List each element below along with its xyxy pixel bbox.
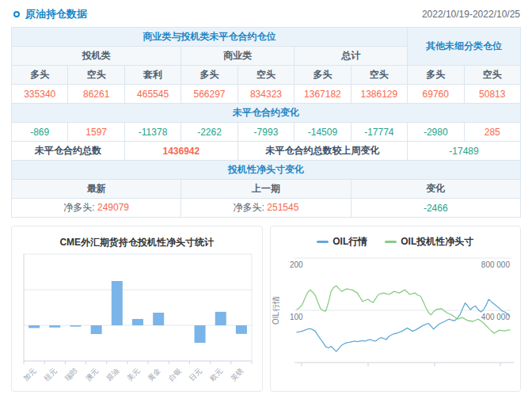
- table-row-change-section: 未平仓合约变化: [12, 104, 521, 123]
- total-label: 未平仓合约总数: [12, 142, 125, 161]
- group-header-other: 其他未细分类仓位: [408, 28, 521, 66]
- legend-item-oil-netpos[interactable]: OIL投机性净头寸: [385, 235, 473, 249]
- table-cell: 总计: [294, 47, 408, 66]
- table-cell: 变化: [351, 180, 520, 199]
- table-row-totals: 未平仓合约总数 1436942 未平仓合约总数较上周变化 -17489: [12, 142, 521, 161]
- table-cell: -17774: [351, 123, 407, 142]
- svg-text:400 000: 400 000: [481, 313, 510, 321]
- legend-line-icon: [317, 241, 329, 243]
- table-cell: 投机类: [12, 47, 181, 66]
- group-header-main: 商业类与投机类未平仓合约仓位: [12, 28, 408, 47]
- table-cell: 多头: [294, 66, 351, 85]
- page-header: 原油持仓数据 2022/10/19-2022/10/25: [0, 0, 532, 27]
- net-latest-cell: 净多头: 249079: [12, 199, 181, 218]
- svg-text:加元: 加元: [22, 367, 38, 382]
- total-change-label: 未平仓合约总数较上周变化: [238, 142, 407, 161]
- total-change-value: -17489: [408, 142, 521, 161]
- table-cell: 285: [464, 123, 521, 142]
- table-cell: 69760: [408, 85, 464, 104]
- net-change-value: -2466: [351, 199, 520, 218]
- net-prev-label: 净多头:: [234, 202, 264, 213]
- svg-text:美元: 美元: [126, 367, 142, 382]
- line-chart-legend: OIL行情 OIL投机性净头寸: [271, 226, 521, 249]
- table-cell: -2262: [181, 123, 238, 142]
- net-prev-cell: 净多头: 251545: [181, 199, 351, 218]
- table-cell: -869: [12, 123, 68, 142]
- table-row-net-section: 投机性净头寸变化: [12, 161, 521, 180]
- table-cell: 1386129: [351, 85, 407, 104]
- table-cell: 465545: [124, 85, 180, 104]
- svg-text:原油: 原油: [104, 367, 120, 382]
- svg-text:OIL行情: OIL行情: [272, 296, 280, 325]
- line-chart[interactable]: 200100800 000400 000OIL行情: [271, 252, 521, 391]
- change-section-label: 未平仓合约变化: [12, 104, 521, 123]
- table-row-positions: 3353408626146554556629783432313671821386…: [12, 85, 521, 104]
- table-row-changes: -8691597-11378-2262-7993-14509-17774-298…: [12, 123, 521, 142]
- svg-text:欧元: 欧元: [208, 367, 224, 382]
- table-cell: 上一期: [181, 180, 351, 199]
- table-row-col-headers: 多头空头套利多头空头多头空头多头空头: [12, 66, 521, 85]
- table-cell: 1597: [68, 123, 124, 142]
- title-wrap: 原油持仓数据: [13, 7, 87, 21]
- svg-text:黄金: 黄金: [146, 367, 162, 382]
- table-cell: 50813: [464, 85, 521, 104]
- table-cell: 商业类: [181, 47, 294, 66]
- table-cell: 1367182: [294, 85, 351, 104]
- table-cell: 套利: [124, 66, 180, 85]
- date-range: 2022/10/19-2022/10/25: [422, 9, 520, 20]
- net-prev-value: 251545: [267, 202, 298, 213]
- legend-line-icon: [385, 241, 397, 243]
- table-cell: 多头: [181, 66, 238, 85]
- table-row-group-headers: 商业类与投机类未平仓合约仓位 其他未细分类仓位: [12, 28, 521, 47]
- bar-chart-title: CME外汇期货持仓投机性净头寸统计: [12, 226, 262, 249]
- charts-row: CME外汇期货持仓投机性净头寸统计 加元纽元瑞郎澳元原油美元黄金白银日元欧元英镑…: [11, 226, 521, 392]
- table-cell: -11378: [124, 123, 180, 142]
- table-cell: 空头: [351, 66, 407, 85]
- total-value: 1436942: [124, 142, 238, 161]
- page-title: 原油持仓数据: [25, 7, 87, 21]
- table-cell: -2980: [408, 123, 464, 142]
- bullet-circle-icon: [13, 11, 20, 17]
- net-section-label: 投机性净头寸变化: [12, 161, 521, 180]
- svg-text:200: 200: [290, 260, 303, 269]
- legend-label: OIL行情: [332, 235, 367, 249]
- svg-text:100: 100: [290, 313, 303, 321]
- table-cell: 最新: [12, 180, 181, 199]
- table-cell: 空头: [68, 66, 124, 85]
- table-cell: 335340: [12, 85, 68, 104]
- svg-text:英镑: 英镑: [230, 367, 245, 382]
- table-cell: 空头: [238, 66, 294, 85]
- net-latest-value: 249079: [97, 202, 129, 213]
- table-cell: 多头: [12, 66, 68, 85]
- bar-chart-panel: CME外汇期货持仓投机性净头寸统计 加元纽元瑞郎澳元原油美元黄金白银日元欧元英镑: [11, 226, 263, 392]
- positions-table: 商业类与投机类未平仓合约仓位 其他未细分类仓位 投机类商业类总计 多头空头套利多…: [11, 27, 521, 218]
- table-cell: -14509: [294, 123, 351, 142]
- table-row-net-headers: 最新上一期变化: [12, 180, 521, 199]
- legend-item-oil-price[interactable]: OIL行情: [317, 235, 367, 249]
- line-chart-panel: OIL行情 OIL投机性净头寸 200100800 000400 000OIL行…: [270, 226, 522, 392]
- table-cell: 834323: [238, 85, 294, 104]
- svg-text:纽元: 纽元: [43, 367, 59, 382]
- table-cell: -7993: [238, 123, 294, 142]
- svg-text:日元: 日元: [188, 367, 203, 382]
- table-cell: 空头: [464, 66, 521, 85]
- svg-text:澳元: 澳元: [84, 367, 100, 382]
- svg-text:800 000: 800 000: [481, 260, 510, 269]
- table-cell: 多头: [408, 66, 464, 85]
- bar-chart[interactable]: 加元纽元瑞郎澳元原油美元黄金白银日元欧元英镑: [12, 253, 262, 389]
- net-latest-label: 净多头:: [63, 202, 94, 213]
- legend-label: OIL投机性净头寸: [401, 235, 473, 249]
- svg-text:瑞郎: 瑞郎: [63, 367, 79, 383]
- table-cell: 86261: [68, 85, 124, 104]
- table-cell: 566297: [181, 85, 238, 104]
- svg-text:白银: 白银: [167, 367, 183, 382]
- table-row-net-values: 净多头: 249079 净多头: 251545 -2466: [12, 199, 521, 218]
